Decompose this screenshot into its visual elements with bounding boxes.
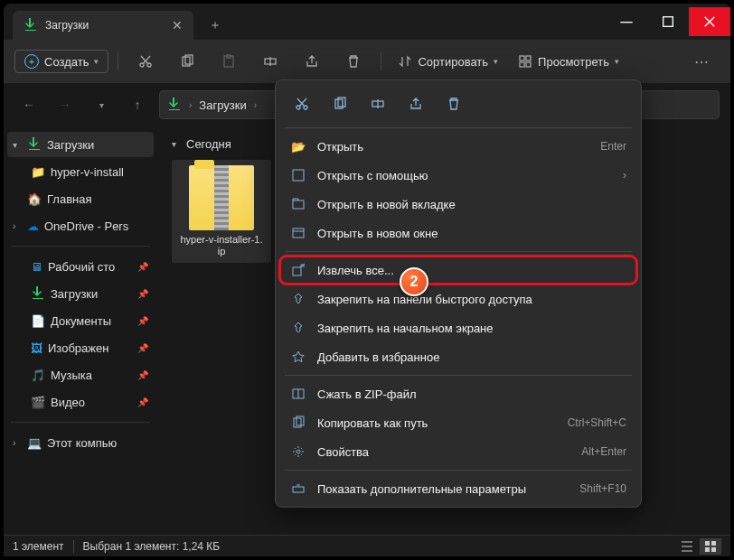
file-name: hyper-v-installer-1. ip [180,234,262,257]
status-selected: Выбран 1 элемент: 1,24 КБ [83,540,221,553]
tab-downloads[interactable]: Загрузки ✕ [13,11,193,40]
more-icon [290,481,306,496]
svg-rect-0 [620,22,632,23]
path-icon [290,415,306,430]
minimize-button[interactable] [606,7,647,36]
sidebar-item-home[interactable]: 🏠 Главная [7,186,154,211]
back-button[interactable]: ← [14,90,43,119]
ctx-extract-all[interactable]: Извлечь все... [279,256,637,285]
ctx-open[interactable]: 📂ОткрытьEnter [279,132,637,161]
sidebar-item-pictures[interactable]: 🖼 Изображен 📌 [7,335,154,360]
more-button[interactable]: ⋯ [683,47,720,76]
explorer-window: Загрузки ✕ ＋ + Создать ▾ Сортировать ▾ [4,4,730,556]
view-button[interactable]: Просмотреть ▾ [511,54,626,69]
copy-button[interactable] [169,47,205,76]
sort-button[interactable]: Сортировать ▾ [391,54,505,69]
sidebar-item-video[interactable]: 🎬 Видео 📌 [7,389,154,415]
svg-rect-24 [293,229,304,238]
app-icon [290,168,306,182]
close-button[interactable] [689,7,730,36]
ctx-open-tab[interactable]: Открыть в новой вкладке [279,190,637,219]
document-icon: 📄 [31,314,45,328]
ctx-copy-path[interactable]: Копировать как путьCtrl+Shift+C [279,408,637,437]
sidebar: ▾ Загрузки 📁 hyper-v-install 🏠 Главная ›… [4,126,157,535]
cut-button[interactable] [127,47,164,76]
svg-rect-13 [705,541,710,546]
create-button[interactable]: + Создать ▾ [14,50,108,73]
sidebar-item-thispc[interactable]: › 💻 Этот компью [7,430,154,455]
sidebar-item-documents[interactable]: 📄 Документы 📌 [7,308,154,333]
chevron-right-icon: › [623,169,626,182]
file-item[interactable]: hyper-v-installer-1. ip [172,160,271,263]
window-controls [606,7,730,36]
share-button[interactable] [400,89,431,118]
copy-button[interactable] [325,89,355,118]
pin-icon: 📌 [137,370,148,380]
forward-button[interactable]: → [51,90,80,119]
pin-icon: 📌 [137,262,148,272]
close-icon[interactable]: ✕ [172,18,183,33]
extract-icon [290,263,306,277]
sidebar-item-onedrive[interactable]: › ☁ OneDrive - Pers [7,213,154,238]
chevron-down-icon: ▾ [13,140,22,150]
svg-rect-11 [520,62,524,67]
svg-rect-23 [293,201,304,209]
svg-rect-16 [711,547,716,552]
rename-button[interactable] [362,89,393,118]
cloud-icon: ☁ [27,219,39,233]
pin-icon: 📌 [137,316,148,326]
plus-icon: + [24,54,39,69]
delete-button[interactable] [335,47,372,76]
titlebar: Загрузки ✕ ＋ [4,4,730,40]
ctx-show-more[interactable]: Показать дополнительные параметрыShift+F… [279,474,637,503]
sidebar-item-downloads[interactable]: ▾ Загрузки [7,132,154,157]
step-badge: 2 [400,267,428,296]
desktop-icon: 🖥 [31,260,42,274]
new-tab-button[interactable]: ＋ [201,11,230,40]
up-button[interactable]: ↑ [123,90,152,119]
chevron-right-icon: › [13,438,22,448]
pin-icon [290,292,306,306]
maximize-button[interactable] [647,7,689,36]
ctx-properties[interactable]: СвойстваAlt+Enter [279,437,637,466]
home-icon: 🏠 [27,192,42,206]
svg-rect-22 [293,170,304,181]
ctx-pin-quick[interactable]: Закрепить на панели быстрого доступа [279,285,637,313]
sidebar-item-desktop[interactable]: 🖥 Рабочий сто 📌 [7,254,154,279]
chevron-down-icon[interactable]: ▾ [87,90,116,119]
chevron-down-icon: ▾ [172,139,181,149]
ctx-open-with[interactable]: Открыть с помощью› [279,161,637,190]
sidebar-item-music[interactable]: 🎵 Музыка 📌 [7,362,154,387]
rename-button[interactable] [252,47,288,76]
statusbar: 1 элемент Выбран 1 элемент: 1,24 КБ [4,535,730,556]
ctx-favorite[interactable]: Добавить в избранное [279,342,637,371]
delete-button[interactable] [438,89,469,118]
paste-button[interactable] [211,47,247,76]
svg-rect-30 [293,487,304,492]
svg-point-29 [296,450,300,453]
ctx-open-window[interactable]: Открыть в новом окне [279,219,637,247]
tab-label: Загрузки [45,19,89,32]
image-icon: 🖼 [31,341,42,355]
window-icon [290,226,306,240]
grid-view-button[interactable] [700,538,721,555]
svg-rect-15 [705,547,710,552]
ctx-pin-start[interactable]: Закрепить на начальном экране [279,313,637,342]
share-button[interactable] [294,47,330,76]
star-icon [290,350,306,364]
toolbar: + Создать ▾ Сортировать ▾ Просмотреть ▾ … [4,40,730,83]
chevron-right-icon: › [13,221,22,231]
status-count: 1 элемент [13,540,64,553]
ctx-compress[interactable]: Сжать в ZIP-файл [279,379,637,408]
sidebar-item-downloads2[interactable]: Загрузки 📌 [7,281,154,306]
svg-rect-1 [663,17,673,27]
cut-button[interactable] [287,89,317,118]
folder-icon: 📂 [290,140,306,154]
svg-rect-14 [711,541,716,546]
pin-icon: 📌 [137,397,148,407]
chevron-down-icon: ▾ [94,57,99,66]
music-icon: 🎵 [31,369,45,382]
list-view-button[interactable] [676,538,698,555]
sidebar-item-file[interactable]: 📁 hyper-v-install [7,159,154,184]
pin-icon [290,321,306,335]
